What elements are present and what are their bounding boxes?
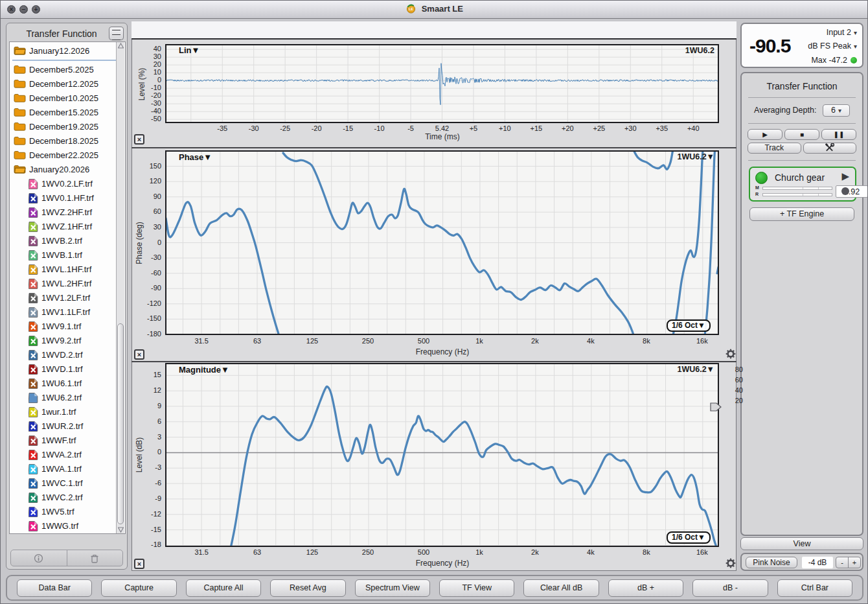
engine-name: Church gear [775,172,825,183]
y-tick: 10 [139,68,161,76]
hammer-wrench-icon [825,143,834,152]
x-tick: +40 [679,124,707,132]
averaging-depth-row: Averaging Depth: 6▾ [742,104,862,117]
x-tick: +5 [459,124,488,132]
y-tick: 15 [139,371,161,378]
y-tick: 30 [139,52,161,60]
magnitude-banding-selector[interactable]: 1/6 Oct▼ [667,531,711,544]
view-button[interactable]: View [740,537,863,550]
lin-close-button[interactable]: × [134,134,144,145]
toolbar-button-db-[interactable]: dB - [692,579,768,597]
toolbar-button-ctrl-bar[interactable]: Ctrl Bar [777,579,852,597]
phase-banding-selector[interactable]: 1/6 Oct▼ [667,319,711,332]
y-tick: -120 [139,299,161,307]
phase-trace-label[interactable]: 1WU6.2▼ [643,152,714,161]
averaging-depth-label: Averaging Depth: [754,106,816,115]
y-tick: 30 [139,223,161,231]
x-tick: +20 [553,124,582,132]
x-tick: 500 [409,548,438,556]
play-button[interactable]: ▶ [748,129,782,140]
phase-x-axis-label: Frequency (Hz) [397,347,488,356]
right-scale-tick: 20 [721,397,743,404]
level-decrease-button[interactable]: - [836,557,849,568]
x-tick: 125 [298,337,326,345]
x-tick: 31.5 [187,548,216,556]
toolbar-button-reset-avg[interactable]: Reset Avg [270,579,345,597]
y-tick: 0 [139,76,161,84]
toolbar-button-capture-all[interactable]: Capture All [186,579,261,597]
x-tick: 125 [298,548,326,556]
dropdown-arrow-icon: ▾ [838,107,841,114]
add-tf-engine-button[interactable]: + TF Engine [749,207,854,221]
pink-noise-button[interactable]: Pink Noise [746,557,797,568]
y-tick: 120 [139,177,161,185]
track-button[interactable]: Track [748,143,801,154]
y-tick: 90 [139,192,161,200]
magnitude-plot-title[interactable]: Magnitude▼ [179,365,229,375]
y-tick: -18 [139,540,161,548]
input-selector[interactable]: Input 2▾ [827,28,857,37]
transfer-function-panel: Transfer Function Averaging Depth: 6▾ ▶■… [740,72,863,536]
y-tick: -30 [139,99,161,107]
x-tick: 5.42 [428,124,457,132]
toolbar-button-tf-view[interactable]: TF View [439,579,514,597]
meter-row-label: M [755,185,759,190]
magnitude-chart [166,364,718,550]
reference-row-label: R [755,192,759,196]
lin-trace-label[interactable]: 1WU6.2 [643,46,714,55]
phase-close-button[interactable]: × [134,349,144,360]
x-tick: +35 [648,124,676,132]
toolbar-button-capture[interactable]: Capture [101,579,176,597]
tf-panel-title: Transfer Function [742,81,862,91]
right-scale-tick: 40 [721,386,743,394]
right-scale-tick: 80 [721,366,743,373]
lin-plot-title[interactable]: Lin▼ [179,45,200,55]
y-tick: 150 [139,162,161,170]
signal-status-dot [851,57,857,64]
y-tick: -90 [139,284,161,292]
y-tick: -10 [139,84,161,91]
y-tick: -6 [139,479,161,487]
x-tick: -35 [208,124,236,132]
y-tick: -15 [139,526,161,533]
y-tick: 40 [139,45,161,52]
x-tick: -5 [396,124,425,132]
x-tick: +25 [585,124,613,132]
x-tick: 2k [521,337,549,345]
toolbar-button-data-bar[interactable]: Data Bar [17,579,92,597]
pause-button[interactable]: ❚❚ [821,129,856,140]
phase-plot-title[interactable]: Phase▼ [179,152,212,162]
magnitude-settings-gear-icon[interactable] [725,558,736,568]
toolbar-button-clear-all-db[interactable]: Clear All dB [523,579,599,597]
averaging-depth-select[interactable]: 6▾ [823,104,850,117]
signal-generator-panel: Pink Noise -4 dB - + [740,553,863,571]
tf-engine-card[interactable]: Church gear ▶ M R 3.92 [749,167,856,202]
level-increase-button[interactable]: + [848,557,861,568]
stop-button[interactable]: ■ [784,129,819,140]
x-tick: 2k [521,548,549,556]
phase-settings-gear-icon[interactable] [725,349,736,359]
y-tick: 0 [139,238,161,246]
magnitude-trace-label[interactable]: 1WU6.2▼ [643,365,714,374]
charts-canvas [1,1,868,604]
y-tick: 0 [139,448,161,456]
x-tick: 63 [243,337,271,345]
y-tick: -180 [139,330,161,338]
dropdown-arrow-icon: ▾ [854,43,857,50]
x-tick: 31.5 [187,337,216,345]
y-tick: -12 [139,510,161,518]
reference-meter-bar [762,193,832,196]
meter-unit-selector[interactable]: dB FS Peak▾ [808,41,857,51]
toolbar-button-db-[interactable]: dB + [608,579,683,597]
x-tick: -20 [303,124,331,132]
threshold-arrow-marker[interactable] [709,402,722,412]
magnitude-close-button[interactable]: × [134,559,144,569]
y-tick: -3 [139,463,161,471]
engine-play-icon[interactable]: ▶ [841,170,849,182]
engine-record-dot[interactable] [841,187,849,195]
lin-x-axis-label: Time (ms) [397,132,488,141]
toolbar-button-spectrum-view[interactable]: Spectrum View [355,579,430,597]
tools-button[interactable] [803,143,857,154]
engine-delay-value[interactable]: 3.92 [836,185,868,198]
right-scale-tick: 60 [721,376,743,384]
